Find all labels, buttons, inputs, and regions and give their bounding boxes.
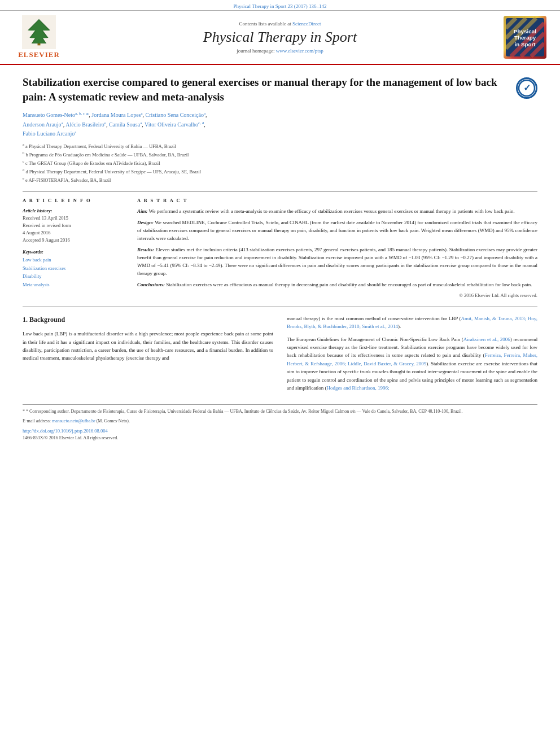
author-sousa: Camila Sousa xyxy=(109,121,140,128)
author-araujo: Anderson Araujo xyxy=(23,121,62,128)
corresponding-author-note: * * Corresponding author. Departamento d… xyxy=(23,408,537,415)
author-gomes-neto: Mansueto Gomes-Neto xyxy=(23,112,75,119)
ref-airaksinen-link[interactable]: Airaksinen et al., 2006 xyxy=(463,337,510,342)
email-link[interactable]: mansueto.neto@ufba.br xyxy=(52,418,95,423)
keyword-4: Meta-analysis xyxy=(23,281,127,289)
affiliation-d: d d Physical Therapy Department, Federal… xyxy=(23,167,537,176)
background-left-col: 1. Background Low back pain (LBP) is a m… xyxy=(23,314,273,397)
background-para1-text: Low back pain (LBP) is a multifactorial … xyxy=(23,331,273,361)
article-info-col: A R T I C L E I N F O Article history: R… xyxy=(23,198,127,298)
crossmark-icon: ✓ xyxy=(518,79,536,97)
author-arcanjo: Fabio Luciano Arcanjo xyxy=(23,130,75,137)
affiliations: a a Physical Therapy Department, Federal… xyxy=(23,142,537,184)
abstract-results: Results: Eleven studies met the inclusio… xyxy=(137,246,537,278)
homepage-link[interactable]: www.elsevier.com/ptsp xyxy=(276,48,323,54)
journal-ref: Physical Therapy in Sport 23 (2017) 136–… xyxy=(234,3,327,9)
article-body: A R T I C L E I N F O Article history: R… xyxy=(23,191,537,298)
article-info-label: A R T I C L E I N F O xyxy=(23,198,127,203)
pts-logo: Physical Therapy in Sport xyxy=(504,16,546,59)
keywords-list: Low back pain Stabilization exercises Di… xyxy=(23,256,127,289)
section-divider xyxy=(23,306,537,307)
article-title: Stabilization exercise compared to gener… xyxy=(23,75,508,104)
doi-line: http://dx.doi.org/10.1016/j.ptsp.2016.08… xyxy=(23,428,537,434)
journal-header: ELSEVIER Contents lists available at Sci… xyxy=(0,11,560,65)
ref-amit-link[interactable]: Amit, Manish, & Taruna, 2013; Hoy, Brook… xyxy=(287,316,537,329)
ref-hodges-link[interactable]: Hodges and Richardson, 1996; xyxy=(326,385,389,391)
ref-ferreira-link[interactable]: Ferreira, Ferreira, Maher, Herbert, & Re… xyxy=(287,352,537,366)
author-lopes: Jordana Moura Lopes xyxy=(91,112,141,119)
affiliation-c: c c The GREAT Group (GRupo de Estudos em… xyxy=(23,159,537,167)
keyword-2: Stabilization exercises xyxy=(23,264,127,272)
elsevier-tree-icon xyxy=(19,15,59,49)
background-para1: Low back pain (LBP) is a multifactorial … xyxy=(23,330,273,362)
section-number: 1. xyxy=(23,316,28,324)
abstract-label: A B S T R A C T xyxy=(137,198,537,203)
aim-label: Aim: xyxy=(137,208,148,214)
abstract-design: Design: We searched MEDLINE, Cochrane Co… xyxy=(137,219,537,243)
article-title-section: Stabilization exercise compared to gener… xyxy=(23,75,537,104)
doi-link[interactable]: http://dx.doi.org/10.1016/j.ptsp.2016.08… xyxy=(23,428,108,434)
svg-text:Physical: Physical xyxy=(514,28,536,34)
keyword-3: Disability xyxy=(23,272,127,280)
crossmark-circle: ✓ xyxy=(516,77,537,99)
homepage-line: journal homepage: www.elsevier.com/ptsp xyxy=(64,48,496,54)
background-section: 1. Background Low back pain (LBP) is a m… xyxy=(23,314,537,397)
revised-label: Received in revised form xyxy=(23,222,127,229)
crossmark-badge[interactable]: ✓ xyxy=(516,77,537,99)
background-para2-right: The European Guidelines for Management o… xyxy=(287,335,537,392)
abstract-conclusions: Conclusions: Stabilization exercises wer… xyxy=(137,281,537,289)
journal-title: Physical Therapy in Sport xyxy=(64,29,496,46)
abstract-aim: Aim: We performed a systematic review wi… xyxy=(137,208,537,216)
results-label: Results: xyxy=(137,247,154,252)
elsevier-wordmark: ELSEVIER xyxy=(18,50,60,59)
sciencedirect-link[interactable]: ScienceDirect xyxy=(292,21,321,27)
author-brasileiro: Alécio Brasileiro xyxy=(65,121,104,128)
sciencedirect-line: Contents lists available at ScienceDirec… xyxy=(64,21,496,27)
background-right-col: manual therapy) is the most common metho… xyxy=(287,314,537,397)
accepted-date: Accepted 9 August 2016 xyxy=(23,237,127,244)
revised-date: 4 August 2016 xyxy=(23,229,127,237)
author-conceicao: Cristiano Sena Conceição xyxy=(146,112,204,119)
article-history-group: Article history: Received 13 April 2015 … xyxy=(23,208,127,243)
background-heading: 1. Background xyxy=(23,314,273,325)
design-label: Design: xyxy=(137,220,154,225)
results-text: Eleven studies met the inclusion criteri… xyxy=(137,247,537,276)
keywords-label: Keywords: xyxy=(23,249,127,255)
background-para1-right: manual therapy) is the most common metho… xyxy=(287,314,537,331)
svg-text:✓: ✓ xyxy=(523,83,531,93)
affiliation-e: e e AF-FISIOTERAPIA, Salvador, BA, Brazi… xyxy=(23,176,537,184)
abstract-col: A B S T R A C T Aim: We performed a syst… xyxy=(137,198,537,298)
aim-text: We performed a systematic review with a … xyxy=(149,208,515,214)
affiliation-b: b b Programa de Pós Graduação em Medicin… xyxy=(23,150,537,159)
history-subhead: Article history: xyxy=(23,208,127,213)
keyword-1: Low back pain xyxy=(23,256,127,264)
email-person-note: (M. Gomes-Neto). xyxy=(97,418,130,423)
design-text: We searched MEDLINE, Cochrane Controlled… xyxy=(137,220,537,241)
para2-right-text: The European Guidelines for Management o… xyxy=(287,337,537,391)
elsevier-logo-area: ELSEVIER xyxy=(14,15,64,59)
svg-text:in Sport: in Sport xyxy=(514,41,536,47)
conclusions-label: Conclusions: xyxy=(137,282,165,287)
received-date: Received 13 April 2015 xyxy=(23,215,127,222)
journal-top-bar: Physical Therapy in Sport 23 (2017) 136–… xyxy=(0,0,560,11)
affiliation-a: a a Physical Therapy Department, Federal… xyxy=(23,142,537,150)
abstract-copyright: © 2016 Elsevier Ltd. All rights reserved… xyxy=(137,292,537,298)
main-content: Stabilization exercise compared to gener… xyxy=(0,65,560,451)
issn-copyright: 1466-853X/© 2016 Elsevier Ltd. All right… xyxy=(23,435,537,440)
keywords-group: Keywords: Low back pain Stabilization ex… xyxy=(23,249,127,289)
email-label: E-mail address: xyxy=(23,418,51,423)
section-title: Background xyxy=(29,316,65,324)
svg-text:Therapy: Therapy xyxy=(514,34,536,41)
author-carvalho: Vitor Oliveira Carvalho xyxy=(145,121,198,128)
journal-header-right: Physical Therapy in Sport xyxy=(496,16,546,59)
conclusions-text: Stabilization exercises were as efficaci… xyxy=(166,282,532,287)
elsevier-logo: ELSEVIER xyxy=(18,15,60,59)
para1-right-text: manual therapy) is the most common metho… xyxy=(287,316,537,329)
pts-logo-image: Physical Therapy in Sport xyxy=(506,16,544,59)
journal-header-center: Contents lists available at ScienceDirec… xyxy=(64,21,496,54)
email-note: E-mail address: mansueto.neto@ufba.br (M… xyxy=(23,418,537,425)
footnote-section: * * Corresponding author. Departamento d… xyxy=(23,404,537,440)
authors-line: Mansueto Gomes-Netoa, b, c *, Jordana Mo… xyxy=(23,111,537,138)
